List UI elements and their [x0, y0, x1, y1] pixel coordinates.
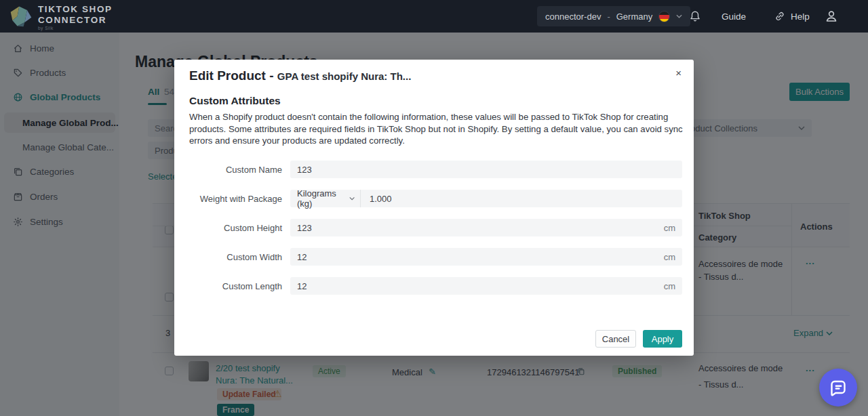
modal-footer: Cancel Apply — [595, 330, 682, 348]
weight-label: Weight with Package — [189, 194, 290, 204]
brand-byline: by Silk — [38, 26, 113, 31]
brand-wordmark: TIKTOK SHOP CONNECTOR by Silk — [38, 5, 113, 31]
custom-width-label: Custom Width — [189, 252, 290, 262]
custom-length-row: Custom Length cm — [189, 277, 682, 295]
weight-unit-select[interactable]: Kilograms (kg) — [290, 190, 361, 207]
guide-link[interactable]: Guide — [722, 0, 746, 33]
chat-launcher-button[interactable] — [819, 369, 857, 407]
chat-bubble-icon — [828, 377, 848, 398]
custom-height-inputwrap: cm — [290, 219, 682, 236]
germany-flag-icon — [658, 11, 670, 22]
user-icon — [825, 9, 838, 23]
brand-line2: CONNECTOR — [38, 16, 113, 25]
custom-width-inputwrap: cm — [290, 248, 682, 266]
link-icon — [774, 11, 785, 22]
custom-attributes-heading: Custom Attributes — [189, 95, 281, 107]
help-label: Help — [791, 12, 810, 22]
separator: - — [607, 12, 610, 22]
chevron-down-icon — [676, 14, 682, 18]
chevron-down-icon — [349, 196, 355, 201]
apply-button[interactable]: Apply — [643, 330, 682, 348]
custom-height-input[interactable] — [290, 219, 664, 236]
custom-name-row: Custom Name — [189, 161, 682, 178]
weight-input[interactable] — [361, 190, 682, 207]
weight-row: Weight with Package Kilograms (kg) — [189, 190, 682, 207]
custom-height-label: Custom Height — [189, 223, 290, 233]
modal-description: When a Shopify product doesn't contain t… — [189, 111, 683, 147]
height-unit-suffix: cm — [664, 223, 682, 233]
environment-region-selector[interactable]: connector-dev - Germany — [537, 6, 690, 26]
close-icon[interactable]: × — [673, 65, 684, 81]
custom-length-label: Custom Length — [189, 281, 290, 291]
brand-line1: TIKTOK SHOP — [38, 5, 113, 14]
bell-icon — [689, 10, 701, 22]
modal-form: Custom Name Weight with Package Kilogram… — [189, 161, 682, 306]
top-navbar: TIKTOK SHOP CONNECTOR by Silk connector-… — [0, 0, 868, 33]
app-logo-icon — [9, 4, 33, 28]
account-button[interactable] — [825, 0, 838, 33]
region-name: Germany — [616, 12, 652, 22]
notifications-bell-button[interactable] — [689, 0, 701, 33]
custom-name-input[interactable] — [290, 161, 682, 178]
help-link[interactable]: Help — [774, 0, 810, 33]
custom-width-row: Custom Width cm — [189, 248, 682, 266]
custom-height-row: Custom Height cm — [189, 219, 682, 236]
environment-name: connector-dev — [545, 12, 601, 22]
guide-label: Guide — [722, 12, 746, 22]
cancel-button[interactable]: Cancel — [595, 330, 636, 348]
weight-unit-value: Kilograms (kg) — [297, 188, 349, 209]
weight-inputwrap: Kilograms (kg) — [290, 190, 682, 207]
modal-title-prefix: Edit Product - — [189, 68, 274, 83]
length-unit-suffix: cm — [664, 281, 682, 291]
edit-product-modal: Edit Product - GPA test shopify Nura: Th… — [174, 60, 694, 356]
custom-name-inputwrap — [290, 161, 682, 178]
width-unit-suffix: cm — [664, 252, 682, 262]
custom-name-label: Custom Name — [189, 165, 290, 175]
custom-width-input[interactable] — [290, 248, 664, 266]
modal-title: Edit Product - GPA test shopify Nura: Th… — [189, 68, 411, 83]
modal-product-name: GPA test shopify Nura: Th... — [277, 70, 412, 82]
custom-length-inputwrap: cm — [290, 277, 682, 295]
custom-length-input[interactable] — [290, 277, 664, 295]
